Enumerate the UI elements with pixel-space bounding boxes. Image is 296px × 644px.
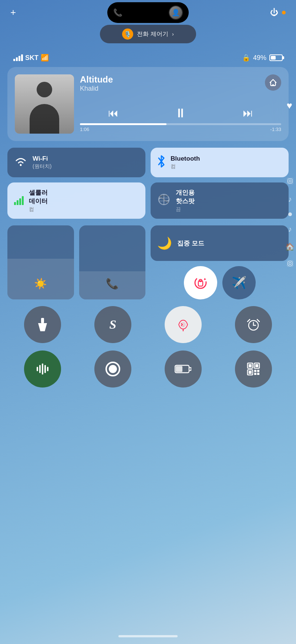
focus-title: 집중 모드: [177, 239, 204, 248]
volume-icon: 📞: [106, 278, 119, 290]
bluetooth-icon: [157, 155, 165, 170]
avatar: 👤: [169, 6, 183, 20]
svg-rect-23: [249, 371, 252, 374]
battery-icon: [269, 54, 283, 61]
wifi-title: Wi-Fi: [33, 155, 51, 162]
content-area: Altitude Khalid ⏮ ⏸ ⏭ 1:06 -1:33: [0, 67, 296, 388]
progress-bar[interactable]: 1:06 -1:33: [80, 123, 281, 132]
svg-rect-27: [257, 373, 259, 375]
svg-rect-24: [254, 370, 256, 372]
focus-tile[interactable]: 🌙 집중 모드: [151, 225, 289, 261]
svg-rect-10: [41, 318, 44, 323]
mic-icon: 🎙️: [122, 28, 133, 40]
heart-button[interactable]: ♥: [287, 100, 292, 111]
sidebar-dot: [288, 212, 292, 216]
pause-button[interactable]: ⏸: [174, 106, 187, 120]
player-controls: ⏮ ⏸ ⏭: [80, 106, 281, 120]
call-text: 전화 제어기: [137, 30, 168, 38]
svg-rect-17: [176, 366, 182, 372]
brightness-icon: ☀️: [34, 278, 47, 290]
forward-button[interactable]: ⏭: [243, 107, 253, 119]
svg-point-31: [287, 261, 293, 266]
screen-record-button[interactable]: [94, 350, 131, 388]
sidebar-music-icon-2: ♪: [288, 225, 292, 234]
wifi-tile[interactable]: Wi-Fi (원터치): [7, 148, 145, 177]
control-grid-row2: 셀룰러 데이터 컴 개인용 핫스팟 끔: [7, 182, 289, 219]
hotspot-subtitle: 끔: [176, 206, 195, 213]
call-banner[interactable]: 🎙️ 전화 제어기 ›: [100, 25, 196, 43]
svg-point-0: [20, 164, 22, 166]
cellular-tile[interactable]: 셀룰러 데이터 컴: [7, 182, 145, 219]
svg-rect-19: [249, 364, 252, 367]
sound-recognition-button[interactable]: ♪: [165, 306, 202, 343]
track-info: Altitude Khalid ⏮ ⏸ ⏭ 1:06 -1:33: [80, 74, 281, 134]
svg-point-32: [289, 262, 291, 265]
record-icon: [105, 362, 120, 376]
wifi-subtitle: (원터치): [33, 163, 51, 170]
hotspot-icon: [157, 193, 171, 209]
hotspot-title: 개인용 핫스팟: [176, 188, 195, 205]
svg-marker-11: [38, 323, 47, 331]
sidebar-music-icon: ♪: [288, 195, 292, 204]
rewind-button[interactable]: ⏮: [108, 107, 118, 119]
svg-text:♪: ♪: [183, 325, 184, 327]
svg-rect-25: [257, 370, 259, 372]
svg-point-28: [287, 178, 293, 184]
small-buttons: ✈️: [151, 266, 289, 299]
shazam-icon: S: [110, 318, 117, 332]
hotspot-tile[interactable]: 개인용 핫스팟 끔: [151, 182, 289, 219]
signal-bars: [13, 54, 23, 61]
qr-scanner-button[interactable]: [235, 350, 272, 388]
dynamic-island[interactable]: 📞 👤: [107, 2, 189, 23]
cellular-subtitle: 컴: [29, 206, 48, 213]
bluetooth-tile[interactable]: Bluetooth 컴: [151, 148, 289, 177]
track-title: Altitude: [80, 74, 281, 85]
orange-dot: [282, 11, 286, 14]
home-bar[interactable]: [118, 635, 178, 637]
power-icon[interactable]: ⏻: [270, 8, 278, 17]
voice-recognition-button[interactable]: [24, 350, 61, 388]
track-artist: Khalid: [80, 85, 281, 93]
time-remaining: -1:33: [270, 127, 281, 132]
sliders-group: ☀️ 📞: [7, 225, 145, 299]
sidebar-radio-icon: [287, 178, 293, 186]
volume-slider[interactable]: 📞: [79, 225, 146, 299]
lock-rotation-button[interactable]: [184, 266, 217, 299]
bottom-row-1: S ♪: [7, 306, 289, 343]
sound-wave-icon: [37, 363, 48, 375]
lock-icon: 🔒: [242, 54, 250, 62]
shazam-button[interactable]: S: [94, 306, 131, 343]
bluetooth-title: Bluetooth: [171, 155, 200, 162]
control-grid-row1: Wi-Fi (원터치) Bluetooth 컴: [7, 148, 289, 177]
cellular-title: 셀룰러 데이터: [29, 188, 48, 205]
carrier-label: SKT: [25, 54, 38, 62]
phone-icon: 📞: [113, 8, 122, 17]
battery-percentage: 49%: [253, 54, 266, 62]
call-arrow: ›: [172, 31, 174, 37]
bottom-row-2: [7, 350, 289, 388]
svg-rect-21: [255, 364, 258, 367]
wifi-status-icon: 📶: [41, 54, 49, 62]
time-elapsed: 1:06: [80, 127, 89, 132]
now-playing-card[interactable]: Altitude Khalid ⏮ ⏸ ⏭ 1:06 -1:33: [7, 67, 289, 141]
add-button[interactable]: +: [10, 7, 16, 18]
focus-icon: 🌙: [157, 236, 172, 250]
right-sidebar: ♪ ♪ 🏠: [285, 178, 295, 269]
right-controls: 🌙 집중 모드 ✈️: [151, 225, 289, 299]
sidebar-home-icon: 🏠: [285, 242, 295, 251]
sidebar-radio-icon-2: [287, 260, 293, 269]
airplane-icon: ✈️: [232, 276, 246, 290]
airplay-button[interactable]: [265, 74, 281, 91]
alarm-button[interactable]: [235, 306, 272, 343]
brightness-slider[interactable]: ☀️: [7, 225, 74, 299]
svg-point-29: [289, 180, 291, 182]
bluetooth-subtitle: 컴: [171, 163, 200, 170]
flashlight-button[interactable]: [24, 306, 61, 343]
cellular-icon: [14, 196, 24, 205]
status-bar: + 📞 👤 ⏻: [0, 0, 296, 22]
album-art: [15, 74, 74, 134]
airplane-mode-button[interactable]: ✈️: [222, 266, 256, 299]
info-bar: SKT 📶 🔒 49%: [0, 50, 296, 67]
wifi-icon: [14, 156, 27, 170]
battery-status-button[interactable]: [165, 350, 202, 388]
